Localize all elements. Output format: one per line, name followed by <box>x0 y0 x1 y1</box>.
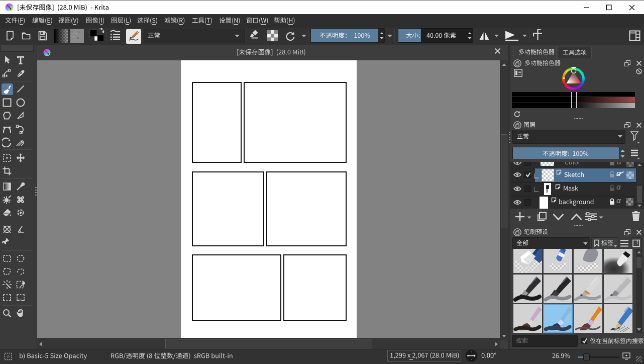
svg-text:α: α <box>616 197 621 205</box>
svg-text:α: α <box>616 183 621 191</box>
